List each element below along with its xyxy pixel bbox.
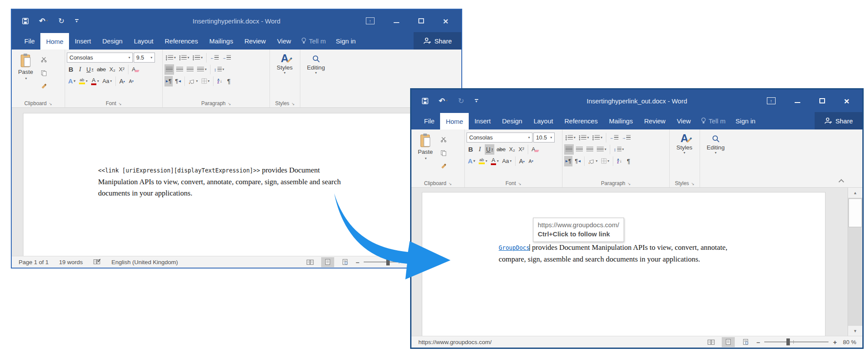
read-mode-button[interactable]: [304, 257, 317, 267]
ribbon-display-options-icon[interactable]: [767, 97, 776, 104]
shading-button[interactable]: [587, 156, 599, 166]
line-spacing-button[interactable]: [213, 64, 226, 75]
tab-review[interactable]: Review: [638, 112, 671, 129]
bold-button[interactable]: B: [467, 144, 475, 155]
cut-button[interactable]: [39, 54, 48, 65]
strikethrough-button[interactable]: abe: [495, 144, 507, 155]
vertical-scrollbar[interactable]: [848, 188, 862, 336]
styles-button[interactable]: A Styles ▾: [272, 52, 298, 74]
change-case-button[interactable]: Aa: [101, 76, 113, 86]
clear-formatting-button[interactable]: A: [530, 144, 540, 155]
page-indicator[interactable]: Page 1 of 1: [19, 259, 49, 265]
format-painter-button[interactable]: [439, 161, 448, 172]
increase-indent-button[interactable]: [621, 133, 632, 143]
subscript-button[interactable]: X₂: [508, 144, 516, 155]
tell-me-box[interactable]: Tell m: [297, 32, 330, 50]
shading-button[interactable]: [187, 76, 199, 86]
justify-button[interactable]: [196, 64, 208, 75]
borders-button[interactable]: [600, 156, 611, 166]
undo-button[interactable]: [439, 97, 447, 105]
align-left-button[interactable]: [564, 144, 574, 155]
show-formatting-marks-button[interactable]: [225, 76, 233, 86]
underline-button[interactable]: U: [85, 64, 95, 75]
scroll-down-icon[interactable]: [848, 326, 862, 336]
right-to-left-button[interactable]: [174, 76, 182, 86]
copy-button[interactable]: [439, 148, 448, 158]
multilevel-list-button[interactable]: [591, 133, 604, 143]
bold-button[interactable]: B: [67, 64, 75, 75]
shrink-font-button[interactable]: A: [127, 76, 135, 86]
ribbon-display-options-icon[interactable]: [366, 17, 375, 24]
tab-layout[interactable]: Layout: [128, 32, 159, 50]
font-dialog-launcher[interactable]: [518, 180, 522, 186]
superscript-button[interactable]: X²: [118, 64, 126, 75]
superscript-button[interactable]: X²: [517, 144, 526, 155]
tab-design[interactable]: Design: [496, 112, 528, 129]
document-page[interactable]: https://www.groupdocs.com/ Ctrl+Click to…: [422, 192, 825, 336]
right-to-left-button[interactable]: [573, 156, 582, 166]
hyperlink-text[interactable]: GroupDocs: [499, 245, 529, 251]
decrease-indent-button[interactable]: [209, 53, 220, 63]
align-center-button[interactable]: [175, 64, 184, 75]
tab-references[interactable]: References: [559, 112, 603, 129]
sort-button[interactable]: AZ: [615, 156, 624, 166]
subscript-button[interactable]: X₂: [108, 64, 117, 75]
customize-qat-button[interactable]: [75, 19, 79, 23]
tab-insert[interactable]: Insert: [69, 32, 97, 50]
paragraph-dialog-launcher[interactable]: [228, 100, 231, 106]
cut-button[interactable]: [439, 134, 448, 145]
font-color-button[interactable]: A: [490, 156, 500, 166]
grow-font-button[interactable]: A: [118, 76, 126, 86]
editing-button[interactable]: Editing ▾: [302, 52, 330, 74]
font-name-combobox[interactable]: Consolas: [67, 53, 133, 63]
styles-button[interactable]: A Styles ▾: [671, 132, 697, 154]
proofing-icon[interactable]: [93, 259, 101, 266]
clipboard-dialog-launcher[interactable]: [448, 180, 452, 186]
clear-formatting-button[interactable]: A: [131, 64, 141, 75]
text-effects-button[interactable]: A: [467, 156, 477, 166]
sort-button[interactable]: AZ: [216, 76, 224, 86]
paragraph-dialog-launcher[interactable]: [628, 180, 631, 186]
numbering-button[interactable]: [178, 53, 191, 63]
tab-review[interactable]: Review: [239, 32, 271, 50]
zoom-out-button[interactable]: –: [756, 338, 760, 346]
grow-font-button[interactable]: A: [518, 156, 526, 166]
redo-button[interactable]: [58, 17, 64, 25]
tab-mailings[interactable]: Mailings: [603, 112, 638, 129]
customize-qat-button[interactable]: [475, 99, 478, 103]
tab-layout[interactable]: Layout: [528, 112, 559, 129]
tab-view[interactable]: View: [671, 112, 696, 129]
styles-dialog-launcher[interactable]: [292, 100, 295, 106]
increase-indent-button[interactable]: [221, 53, 232, 63]
maximize-button[interactable]: [418, 18, 424, 23]
print-layout-button[interactable]: [722, 337, 735, 347]
read-mode-button[interactable]: [704, 337, 717, 347]
bullets-button[interactable]: [164, 53, 177, 63]
share-button[interactable]: Share: [414, 32, 461, 50]
multilevel-list-button[interactable]: [191, 53, 204, 63]
font-size-combobox[interactable]: 10.5: [533, 133, 555, 143]
font-name-combobox[interactable]: Consolas: [467, 133, 533, 143]
sign-in-button[interactable]: Sign in: [730, 112, 761, 129]
shrink-font-button[interactable]: A: [527, 156, 535, 166]
highlight-color-button[interactable]: ab: [78, 76, 89, 86]
sign-in-button[interactable]: Sign in: [330, 32, 362, 50]
change-case-button[interactable]: Aa: [501, 156, 513, 166]
show-formatting-marks-button[interactable]: [625, 156, 633, 166]
format-painter-button[interactable]: [39, 81, 48, 92]
save-icon[interactable]: [422, 98, 428, 104]
undo-button[interactable]: [39, 17, 48, 25]
left-to-right-button[interactable]: [164, 76, 173, 86]
save-icon[interactable]: [22, 18, 29, 24]
share-button[interactable]: Share: [815, 112, 862, 129]
editing-button[interactable]: Editing ▾: [702, 132, 730, 154]
zoom-slider-handle[interactable]: [786, 338, 790, 345]
tab-insert[interactable]: Insert: [469, 112, 496, 129]
decrease-indent-button[interactable]: [608, 133, 620, 143]
align-right-button[interactable]: [185, 64, 195, 75]
align-right-button[interactable]: [585, 144, 595, 155]
clipboard-dialog-launcher[interactable]: [49, 100, 52, 106]
tab-file[interactable]: File: [418, 112, 440, 129]
scroll-up-icon[interactable]: [848, 188, 862, 198]
paste-button[interactable]: Paste: [413, 132, 437, 179]
